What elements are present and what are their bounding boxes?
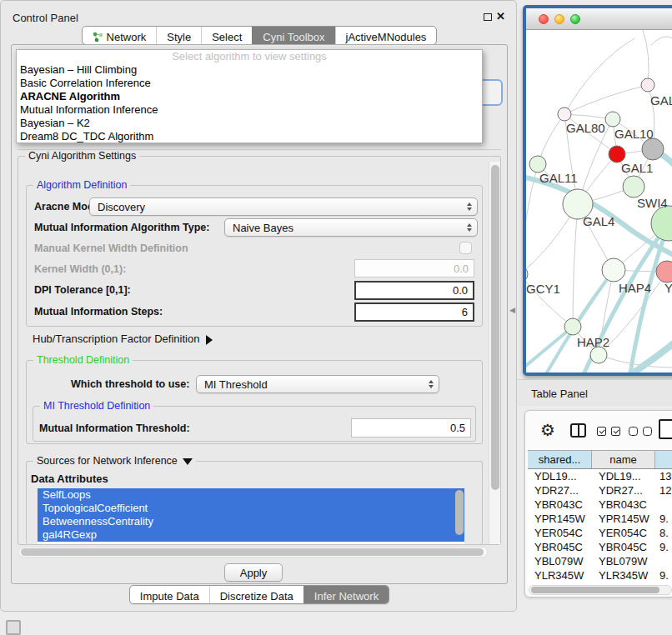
network-node[interactable] bbox=[529, 156, 546, 172]
chevron-updown-icon bbox=[467, 223, 472, 232]
table-header-row: shared...name bbox=[528, 450, 672, 469]
tab-label: Select bbox=[212, 31, 242, 43]
table-body: YDL19...YDL19...13YDR27...YDR27...12YBR0… bbox=[528, 469, 672, 586]
node-label: SWI4 bbox=[637, 196, 668, 210]
control-panel-tabbar: NetworkStyleSelectCyni ToolboxjActiveMNo… bbox=[1, 26, 518, 45]
network-node[interactable] bbox=[602, 258, 625, 282]
table-cell: 8. bbox=[655, 526, 672, 540]
aracne-mode-select[interactable]: Discovery bbox=[89, 198, 478, 216]
algorithm-option[interactable]: Basic Correlation Inference bbox=[17, 77, 482, 90]
expanded-arrow-icon[interactable] bbox=[183, 458, 193, 465]
manual-kernel-width-checkbox[interactable] bbox=[459, 242, 472, 254]
table-row[interactable]: YBL079WYBL079W bbox=[528, 554, 672, 568]
settings-horizontal-scrollbar[interactable] bbox=[18, 547, 488, 558]
data-attribute-item[interactable]: gal4RGexp bbox=[38, 528, 464, 542]
network-node[interactable] bbox=[656, 261, 672, 282]
node-label: GAL1 bbox=[621, 161, 653, 175]
column-header[interactable]: name bbox=[592, 451, 655, 468]
table-horizontal-scrollbar[interactable] bbox=[529, 585, 672, 595]
tab-select[interactable]: Select bbox=[201, 27, 252, 44]
table-cell: 13 bbox=[655, 469, 672, 483]
network-node[interactable] bbox=[605, 112, 620, 127]
network-node[interactable] bbox=[623, 176, 644, 198]
table-row[interactable]: YLR345WYLR345W9. bbox=[528, 568, 672, 582]
splitter-collapse-icon[interactable]: ◀ bbox=[509, 306, 515, 314]
network-node[interactable] bbox=[590, 347, 607, 363]
table-row[interactable]: YBR045CYBR045C9. bbox=[528, 540, 672, 554]
algorithm-option[interactable]: Dream8 DC_TDC Algorithm bbox=[17, 130, 482, 143]
group-title: MI Threshold Definition bbox=[40, 400, 153, 412]
node-label: GCY1 bbox=[526, 282, 560, 296]
tab-network[interactable]: Network bbox=[83, 27, 157, 44]
algorithm-option[interactable]: Bayesian – K2 bbox=[17, 117, 482, 130]
tab-jactivemnodules[interactable]: jActiveMNodules bbox=[335, 27, 437, 44]
data-attribute-item[interactable]: BetweennessCentrality bbox=[38, 515, 464, 528]
unchecked-checkbox-icon[interactable] bbox=[629, 427, 638, 436]
data-attribute-item[interactable]: TopologicalCoefficient bbox=[38, 502, 464, 515]
page-icon[interactable] bbox=[659, 419, 672, 439]
table-panel-title: Table Panel bbox=[531, 388, 588, 400]
table-cell: YBL079W bbox=[592, 554, 655, 568]
table-row[interactable]: YER054CYER054C8. bbox=[528, 526, 672, 540]
checked-checkbox-icon[interactable] bbox=[611, 427, 620, 436]
tab-cyni-toolbox[interactable]: Cyni Toolbox bbox=[252, 27, 334, 44]
traffic-light-zoom-icon[interactable] bbox=[570, 14, 580, 24]
mi-algorithm-type-select[interactable]: Naive Bayes bbox=[224, 218, 478, 237]
network-node[interactable] bbox=[641, 78, 654, 92]
network-view-window: GALGAL80GAL10GAL1GAL11SWI4GAL4GCY1HAP4YH… bbox=[523, 5, 672, 376]
column-header[interactable]: shared... bbox=[528, 451, 592, 468]
tab-label: Discretize Data bbox=[220, 590, 293, 602]
network-node[interactable] bbox=[564, 318, 581, 335]
checked-checkbox-icon[interactable] bbox=[597, 427, 606, 436]
table-row[interactable]: YDL19...YDL19...13 bbox=[528, 469, 672, 483]
settings-vertical-scrollbar[interactable] bbox=[489, 162, 500, 544]
close-icon[interactable]: ✕ bbox=[496, 10, 505, 22]
tab-style[interactable]: Style bbox=[156, 27, 201, 44]
hub-definition-expander[interactable]: Hub/Transcription Factor Definition bbox=[33, 332, 213, 345]
network-node[interactable] bbox=[642, 138, 664, 160]
split-panel-icon[interactable] bbox=[570, 423, 586, 438]
tab-infer-network[interactable]: Infer Network bbox=[303, 586, 389, 603]
dpi-tolerance-field[interactable]: 0.0 bbox=[354, 281, 474, 300]
traffic-light-close-icon[interactable] bbox=[539, 14, 549, 24]
mi-steps-field[interactable]: 6 bbox=[354, 302, 474, 322]
data-attribute-item[interactable]: SelfLoops bbox=[38, 488, 464, 502]
gear-icon[interactable]: ⚙ bbox=[540, 420, 555, 440]
network-node[interactable] bbox=[558, 108, 571, 121]
algorithm-option[interactable]: Mutual Information Inference bbox=[17, 103, 482, 117]
traffic-light-minimize-icon[interactable] bbox=[554, 14, 564, 24]
node-label: HAP2 bbox=[577, 335, 609, 349]
group-title: Algorithm Definition bbox=[33, 179, 130, 191]
which-threshold-select[interactable]: MI Threshold bbox=[196, 375, 439, 393]
table-row[interactable]: YDR27...YDR27...12 bbox=[528, 483, 672, 498]
unchecked-checkbox-icon[interactable] bbox=[643, 427, 652, 436]
node-label: HAP4 bbox=[619, 281, 651, 295]
kernel-width-field[interactable]: 0.0 bbox=[354, 259, 474, 278]
kernel-width-label: Kernel Width (0,1): bbox=[34, 263, 126, 275]
network-window-titlebar[interactable] bbox=[526, 8, 672, 30]
table-cell: YLR345W bbox=[528, 568, 592, 582]
mi-threshold-field[interactable]: 0.5 bbox=[351, 418, 471, 438]
network-canvas[interactable]: GALGAL80GAL10GAL1GAL11SWI4GAL4GCY1HAP4YH… bbox=[526, 30, 672, 372]
dpi-tolerance-label: DPI Tolerance [0,1]: bbox=[34, 284, 131, 296]
table-cell: YER054C bbox=[528, 526, 592, 540]
tab-discretize-data[interactable]: Discretize Data bbox=[209, 586, 303, 603]
column-header[interactable] bbox=[655, 451, 672, 468]
table-row[interactable]: YPR145WYPR145W9. bbox=[528, 512, 672, 526]
mi-threshold-value: 0.5 bbox=[450, 422, 465, 434]
chevron-updown-icon bbox=[429, 380, 434, 388]
float-icon[interactable] bbox=[484, 13, 492, 21]
chevron-updown-icon bbox=[467, 202, 472, 211]
algorithm-option[interactable]: Bayesian – Hill Climbing bbox=[17, 63, 482, 77]
kernel-width-value: 0.0 bbox=[454, 262, 469, 275]
table-row[interactable]: YBR043CYBR043C bbox=[528, 498, 672, 512]
network-node[interactable] bbox=[609, 146, 625, 162]
node-label: Y bbox=[664, 281, 672, 295]
apply-button[interactable]: Apply bbox=[224, 563, 283, 582]
algorithm-option[interactable]: ARACNE Algorithm bbox=[17, 90, 482, 103]
apply-button-label: Apply bbox=[240, 567, 268, 579]
application-root: Control Panel ✕ NetworkStyleSelectCyni T… bbox=[0, 0, 672, 635]
list-scrollbar[interactable] bbox=[455, 490, 464, 535]
node-label: GAL10 bbox=[614, 127, 654, 141]
tab-impute-data[interactable]: Impute Data bbox=[130, 586, 209, 603]
